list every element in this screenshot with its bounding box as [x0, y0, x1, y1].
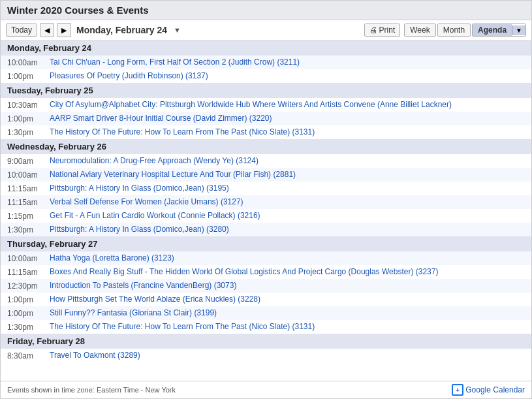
event-title[interactable]: Boxes And Really Big Stuff - The Hidden … [50, 267, 525, 276]
event-row: 12:30pmIntroduction To Pastels (Francine… [1, 279, 531, 293]
event-time: 11:15am [7, 197, 50, 207]
event-time: 10:00am [7, 170, 50, 180]
event-time: 11:15am [7, 184, 50, 193]
event-time: 1:00pm [7, 71, 50, 81]
event-title[interactable]: Hatha Yoga (Loretta Barone) (3123) [50, 253, 525, 263]
event-row: 1:00pmPleasures Of Poetry (Judith Robins… [1, 69, 531, 83]
event-row: 10:00amNational Aviary Veterinary Hospit… [1, 168, 531, 182]
event-row: 9:00amNeuromodulation: A Drug-Free Appro… [1, 154, 531, 168]
agenda-dropdown-icon[interactable]: ▼ [512, 25, 525, 35]
event-row: 1:00pmAARP Smart Driver 8-Hour Initial C… [1, 112, 531, 125]
page-title: Winter 2020 Courses & Events [1, 1, 531, 20]
event-title[interactable]: National Aviary Veterinary Hospital Lect… [50, 170, 525, 179]
date-dropdown-icon[interactable]: ▼ [174, 26, 181, 34]
printer-icon: 🖨 [369, 25, 377, 35]
event-row: 10:00amHatha Yoga (Loretta Barone) (3123… [1, 251, 531, 265]
event-title[interactable]: Verbal Self Defense For Women (Jackie Um… [50, 197, 525, 206]
event-title[interactable]: Pleasures Of Poetry (Judith Robinson) (3… [50, 71, 525, 80]
event-time: 1:00pm [7, 295, 50, 304]
event-time: 1:30pm [7, 322, 50, 332]
event-row: 11:15amPittsburgh: A History In Glass (D… [1, 182, 531, 195]
event-time: 11:15am [7, 267, 50, 277]
date-label: Monday, February 24 [76, 25, 167, 35]
event-title[interactable]: Tai Chi Ch'uan - Long Form, First Half O… [50, 57, 525, 67]
event-title[interactable]: Still Funny?? Fantasia (Gloriana St Clai… [50, 308, 525, 317]
event-title[interactable]: The History Of The Future: How To Learn … [50, 322, 525, 331]
event-title[interactable]: Pittsburgh: A History In Glass (Domico,J… [50, 225, 525, 234]
event-row: 10:00amTai Chi Ch'uan - Long Form, First… [1, 56, 531, 69]
week-button[interactable]: Week [404, 24, 435, 37]
event-time: 1:30pm [7, 127, 50, 137]
day-header: Wednesday, February 26 [1, 139, 531, 154]
day-header: Thursday, February 27 [1, 236, 531, 251]
event-row: 1:00pmHow Pittsburgh Set The World Ablaz… [1, 293, 531, 306]
event-title[interactable]: AARP Smart Driver 8-Hour Initial Course … [50, 114, 525, 123]
events-scroll[interactable]: Monday, February 2410:00amTai Chi Ch'uan… [1, 40, 531, 381]
event-title[interactable]: Neuromodulation: A Drug-Free Approach (W… [50, 156, 525, 165]
today-button[interactable]: Today [6, 24, 37, 37]
event-row: 8:30amTravel To Oakmont (3289) [1, 349, 531, 362]
event-time: 1:15pm [7, 211, 50, 221]
event-time: 1:00pm [7, 308, 50, 318]
event-time: 9:00am [7, 156, 50, 166]
day-header: Monday, February 24 [1, 40, 531, 56]
day-header: Friday, February 28 [1, 334, 531, 349]
toolbar: Today ◀ ▶ Monday, February 24 ▼ 🖨 Print … [1, 20, 531, 40]
event-title[interactable]: Get Fit - A Fun Latin Cardio Workout (Co… [50, 211, 525, 220]
event-title[interactable]: City Of Asylum@Alphabet City: Pittsburgh… [50, 100, 525, 109]
event-row: 1:30pmThe History Of The Future: How To … [1, 125, 531, 139]
event-time: 10:00am [7, 253, 50, 263]
event-time: 8:30am [7, 351, 50, 360]
event-title[interactable]: How Pittsburgh Set The World Ablaze (Eri… [50, 295, 525, 304]
event-time: 12:30pm [7, 281, 50, 291]
event-title[interactable]: Pittsburgh: A History In Glass (Domico,J… [50, 184, 525, 193]
event-time: 10:00am [7, 57, 50, 67]
event-title[interactable]: The History Of The Future: How To Learn … [50, 127, 525, 136]
calendar-content: Monday, February 2410:00amTai Chi Ch'uan… [1, 40, 531, 381]
event-time: 1:30pm [7, 225, 50, 234]
event-time: 1:00pm [7, 114, 50, 123]
month-button[interactable]: Month [437, 24, 471, 37]
next-button[interactable]: ▶ [57, 23, 71, 37]
day-header: Tuesday, February 25 [1, 83, 531, 98]
event-row: 1:30pmPittsburgh: A History In Glass (Do… [1, 223, 531, 236]
event-time: 10:30am [7, 100, 50, 110]
event-row: 11:15amVerbal Self Defense For Women (Ja… [1, 195, 531, 209]
timezone-label: Events shown in time zone: Eastern Time … [7, 386, 176, 394]
agenda-button[interactable]: Agenda ▼ [472, 24, 526, 37]
prev-button[interactable]: ◀ [40, 23, 54, 37]
event-title[interactable]: Introduction To Pastels (Francine Vanden… [50, 281, 525, 290]
footer: Events shown in time zone: Eastern Time … [1, 381, 531, 398]
google-calendar-link[interactable]: + Google Calendar [452, 384, 525, 396]
event-row: 1:00pmStill Funny?? Fantasia (Gloriana S… [1, 306, 531, 320]
print-button[interactable]: 🖨 Print [364, 24, 401, 37]
event-row: 11:15amBoxes And Really Big Stuff - The … [1, 265, 531, 279]
google-calendar-icon: + [452, 384, 463, 396]
event-row: 1:30pmThe History Of The Future: How To … [1, 320, 531, 334]
view-buttons: 🖨 Print Week Month Agenda ▼ [364, 24, 526, 37]
event-row: 10:30amCity Of Asylum@Alphabet City: Pit… [1, 98, 531, 112]
event-row: 1:15pmGet Fit - A Fun Latin Cardio Worko… [1, 209, 531, 223]
event-title[interactable]: Travel To Oakmont (3289) [50, 351, 525, 360]
